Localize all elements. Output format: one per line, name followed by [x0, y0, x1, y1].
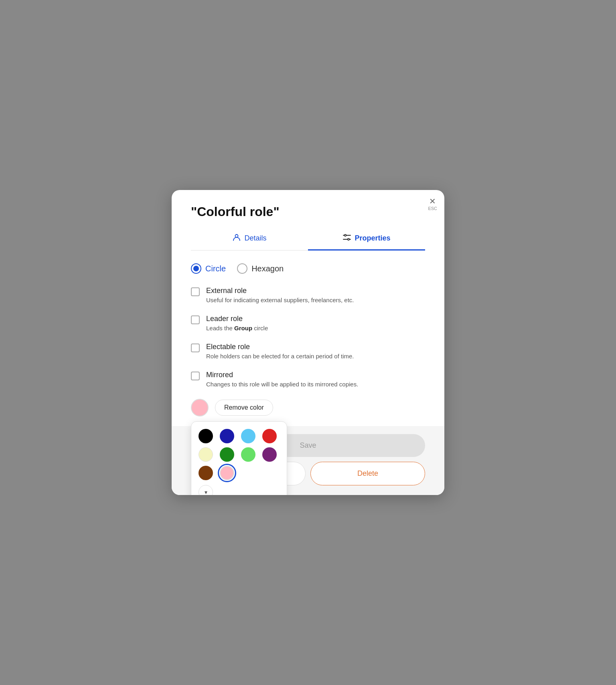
color-navy[interactable] — [220, 429, 234, 443]
color-more-button[interactable]: ▾ — [199, 485, 213, 495]
svg-point-0 — [235, 234, 238, 237]
external-role-text: External role Useful for indicating exte… — [206, 287, 354, 303]
leader-role-desc: Leads the Group circle — [206, 325, 268, 331]
leader-role-checkbox[interactable] — [191, 315, 200, 324]
tab-details[interactable]: Details — [191, 227, 308, 251]
modal-body: Circle Hexagon External role Useful for … — [172, 251, 444, 426]
color-black[interactable] — [199, 429, 213, 443]
leader-role-row: Leader role Leads the Group circle — [191, 315, 425, 331]
tab-details-label: Details — [244, 234, 266, 242]
hexagon-label: Hexagon — [251, 264, 284, 273]
color-brown[interactable] — [199, 466, 213, 480]
color-red[interactable] — [262, 429, 277, 443]
modal: ✕ ESC "Colorful role" Details — [172, 190, 444, 495]
color-purple[interactable] — [262, 447, 277, 462]
leader-role-text: Leader role Leads the Group circle — [206, 315, 268, 331]
tab-properties-label: Properties — [355, 234, 390, 242]
sliders-icon — [342, 233, 351, 244]
electable-role-label: Electable role — [206, 343, 354, 351]
color-pink[interactable] — [220, 466, 234, 480]
mirrored-checkbox[interactable] — [191, 372, 200, 380]
tab-properties[interactable]: Properties — [308, 227, 425, 251]
color-picker-popup: ▾ HEX — [191, 421, 287, 495]
color-more-row: ▾ — [199, 485, 280, 495]
external-role-label: External role — [206, 287, 354, 295]
color-grid — [199, 429, 280, 480]
circle-option[interactable]: Circle — [191, 263, 226, 274]
external-role-desc: Useful for indicating external suppliers… — [206, 297, 354, 303]
svg-point-3 — [344, 234, 346, 236]
circle-label: Circle — [205, 264, 226, 273]
mirrored-text: Mirrored Changes to this role will be ap… — [206, 371, 358, 388]
delete-button[interactable]: Delete — [310, 462, 425, 485]
person-icon — [232, 233, 241, 244]
mirrored-desc: Changes to this role will be applied to … — [206, 381, 358, 388]
external-role-row: External role Useful for indicating exte… — [191, 287, 425, 303]
color-section: Remove color — [191, 399, 425, 416]
leader-role-label: Leader role — [206, 315, 268, 323]
external-role-checkbox[interactable] — [191, 287, 200, 296]
electable-role-row: Electable role Role holders can be elect… — [191, 343, 425, 360]
color-swatch[interactable] — [191, 399, 209, 416]
color-lightblue[interactable] — [241, 429, 255, 443]
electable-role-text: Electable role Role holders can be elect… — [206, 343, 354, 360]
circle-radio[interactable] — [191, 263, 201, 274]
close-label: ESC — [428, 206, 437, 211]
tabs-container: Details Properties — [191, 227, 425, 251]
close-button[interactable]: ✕ ESC — [428, 197, 437, 211]
hexagon-option[interactable]: Hexagon — [237, 263, 284, 274]
color-lightgreen[interactable] — [241, 447, 255, 462]
mirrored-row: Mirrored Changes to this role will be ap… — [191, 371, 425, 388]
color-green[interactable] — [220, 447, 234, 462]
shape-selector: Circle Hexagon — [191, 263, 425, 274]
modal-title: "Colorful role" — [172, 190, 444, 227]
electable-role-checkbox[interactable] — [191, 344, 200, 352]
mirrored-label: Mirrored — [206, 371, 358, 379]
hexagon-radio[interactable] — [237, 263, 247, 274]
svg-point-4 — [348, 238, 349, 240]
chevron-down-icon: ▾ — [205, 489, 207, 495]
color-lightyellow[interactable] — [199, 447, 213, 462]
close-icon: ✕ — [429, 197, 436, 205]
remove-color-button[interactable]: Remove color — [215, 400, 273, 416]
electable-role-desc: Role holders can be elected for a certai… — [206, 353, 354, 360]
